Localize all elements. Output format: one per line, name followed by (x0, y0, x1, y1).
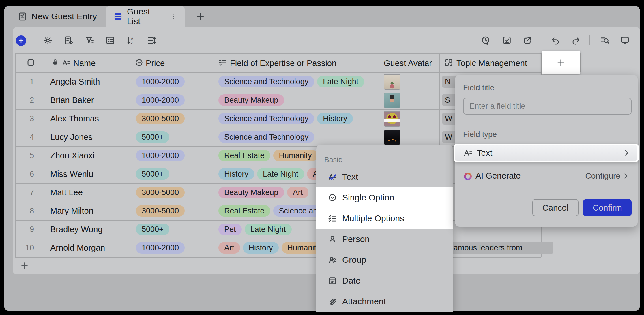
expertise-tag: Humanity (273, 150, 318, 161)
menu-item-attachment[interactable]: Attachment (316, 291, 453, 312)
column-title: Guest Avatar (384, 59, 432, 68)
guest-avatar-earth-night[interactable] (384, 130, 400, 145)
cell-name[interactable]: Bradley Wong (35, 220, 130, 239)
add-record-button[interactable] (16, 35, 26, 46)
tab-more-icon[interactable] (169, 12, 177, 21)
ai-generate-label: AI Generate (475, 171, 521, 181)
topic-cell[interactable]: amous leaders from... (442, 242, 553, 254)
tab-new-guest-entry[interactable]: New Guest Entry (18, 6, 97, 27)
cell-name[interactable]: Alex Thomas (35, 109, 130, 128)
expertise-tag: Pet (218, 224, 242, 235)
cell-price[interactable]: 3000-5000 (131, 183, 214, 202)
group-view-icon (105, 35, 115, 45)
cell-price[interactable]: 5000+ (131, 128, 214, 146)
guest-avatar-cartoon-head[interactable] (384, 93, 400, 108)
menu-item-label: Text (342, 172, 358, 182)
tab-guest-list[interactable]: Guest List (106, 6, 185, 27)
confirm-button[interactable]: Confirm (583, 199, 632, 216)
cell-name[interactable]: Mary Milton (35, 202, 130, 220)
menu-item-single-option[interactable]: Single Option (316, 187, 453, 208)
price-tag: 5000+ (136, 168, 169, 180)
field-config-icon (64, 35, 74, 45)
expertise-tag: History (317, 113, 353, 124)
multi-option-icon (328, 214, 337, 223)
cell-name[interactable]: Brian Baker (35, 91, 130, 109)
row-number: 4 (18, 133, 34, 142)
guest-name: Angela Smith (50, 77, 100, 87)
expertise-tag: Science and Technology (218, 113, 314, 124)
task-check-button[interactable] (501, 34, 513, 47)
ai-generate-row[interactable]: AI Generate Configure (455, 166, 638, 187)
add-field-button[interactable] (542, 51, 580, 74)
cell-price[interactable]: 5000+ (131, 165, 214, 183)
screen-edge (0, 0, 4, 315)
cell-price[interactable]: 3000-5000 (131, 109, 214, 128)
selected-field-type-row[interactable]: Text (454, 144, 639, 162)
column-header-name[interactable]: Name (15, 53, 131, 72)
toolbar-divider (589, 35, 590, 45)
cell-name[interactable]: Angela Smith (35, 72, 130, 91)
cancel-button[interactable]: Cancel (532, 199, 579, 216)
expertise-tag: Art (218, 242, 240, 254)
multi-option-icon (218, 58, 227, 67)
column-header-guest-avatar[interactable]: Guest Avatar (379, 53, 439, 72)
menu-item-text[interactable]: Text (316, 166, 453, 187)
search-grid-button[interactable] (598, 34, 611, 47)
menu-item-date[interactable]: Date (316, 270, 453, 291)
cell-name[interactable]: Matt Lee (35, 183, 130, 202)
undo-icon (551, 35, 560, 45)
menu-item-label: Person (342, 234, 370, 244)
cell-name[interactable]: Miss Wenlu (35, 165, 130, 183)
field-config-button[interactable] (62, 34, 75, 47)
filter-button[interactable] (83, 34, 96, 47)
expertise-tag: Science and Technology (218, 131, 314, 143)
column-header-field-of-expertise-or-passion[interactable]: Field of Expertise or Passion (214, 53, 379, 72)
redo-icon (571, 35, 581, 45)
cell-name[interactable]: Arnold Morgan (35, 239, 130, 257)
menu-item-person[interactable]: Person (316, 229, 453, 250)
column-header-price[interactable]: Price (131, 53, 214, 72)
add-row-plus-icon (20, 261, 29, 270)
guest-avatar-plant-photo[interactable] (384, 74, 400, 90)
task-check-icon (502, 35, 512, 45)
comment-button[interactable] (619, 34, 631, 47)
column-header-topic-management[interactable]: Topic Management (439, 53, 541, 72)
settings-gear-button[interactable] (42, 34, 54, 47)
menu-item-multiple-options[interactable]: Multiple Options (316, 208, 453, 229)
screen-edge (0, 0, 644, 6)
undo-button[interactable] (549, 34, 562, 47)
field-title-input[interactable] (463, 98, 632, 115)
configure-link[interactable]: Configure (585, 171, 620, 181)
single-option-icon (135, 58, 143, 67)
single-option-icon (328, 193, 337, 202)
cell-name[interactable]: Lucy Jones (35, 128, 130, 146)
cell-price[interactable]: 1000-2000 (131, 91, 214, 109)
cancel-label: Cancel (542, 203, 568, 213)
add-row-button[interactable] (15, 257, 541, 274)
redo-button[interactable] (570, 34, 582, 47)
cell-name[interactable]: Zhou Xiaoxi (35, 146, 130, 165)
expertise-tag: Science and Technology (218, 76, 314, 87)
row-number: 3 (18, 114, 34, 123)
history-clock-button[interactable] (479, 34, 492, 47)
share-arrow-button[interactable] (521, 34, 534, 47)
guest-name: Alex Thomas (50, 114, 99, 123)
cell-price[interactable]: 1000-2000 (131, 72, 214, 91)
menu-item-group[interactable]: Group (316, 250, 453, 270)
field-type-label: Field type (463, 130, 497, 139)
cell-price[interactable]: 5000+ (131, 220, 214, 239)
sort-az-button[interactable]: AZ (125, 34, 137, 47)
new-tab-button[interactable] (195, 6, 205, 27)
toolbar-divider (35, 35, 35, 45)
guest-avatar-emoji-balloon[interactable] (384, 111, 400, 127)
group-view-button[interactable] (104, 34, 117, 47)
price-tag: 1000-2000 (136, 76, 185, 87)
cell-price[interactable]: 3000-5000 (131, 202, 214, 220)
menu-item-label: Group (342, 255, 366, 265)
row-number: 5 (18, 151, 34, 160)
select-all-checkbox[interactable] (27, 58, 35, 67)
grid-line (580, 53, 581, 72)
cell-price[interactable]: 1000-2000 (131, 239, 214, 257)
row-height-button[interactable] (145, 34, 158, 47)
cell-price[interactable]: 1000-2000 (131, 146, 214, 165)
